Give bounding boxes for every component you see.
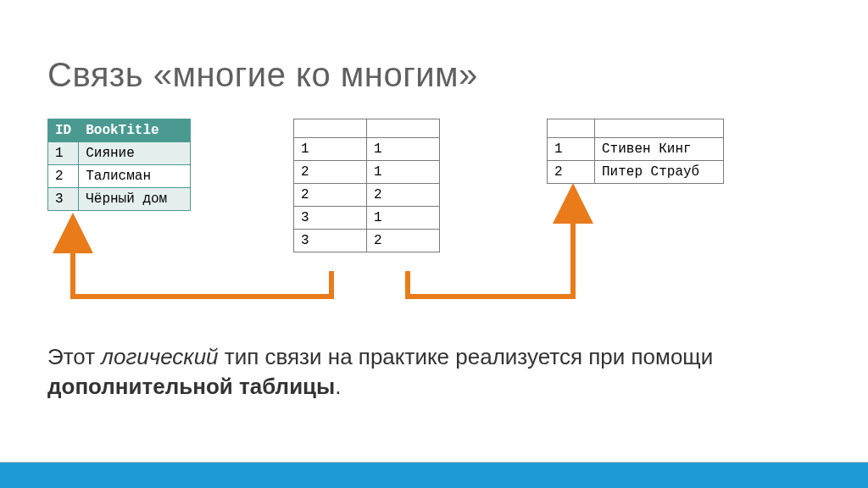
table-header-row [548, 119, 724, 138]
table-row: 2 Питер Страуб [548, 161, 724, 184]
junction-table: 1 1 2 1 2 2 3 1 3 2 [293, 119, 440, 252]
cell: Чёрный дом [79, 188, 191, 211]
cell: 3 [48, 188, 79, 211]
cell: 3 [294, 230, 367, 252]
table-row: 3 2 [294, 230, 440, 252]
cell: 2 [294, 184, 367, 207]
cell: 1 [367, 161, 440, 184]
authors-table: 1 Стивен Кинг 2 Питер Страуб [547, 119, 724, 184]
header-cell [294, 119, 367, 138]
header-cell: ID [48, 119, 79, 142]
cell: 1 [548, 138, 595, 161]
table-header-row [294, 119, 440, 138]
slide-title: Связь «многие ко многим» [47, 56, 478, 94]
caption-text: Этот логический тип связи на практике ре… [47, 342, 768, 402]
caption-segment: тип связи на практике реализуется при по… [219, 344, 714, 369]
books-table: ID BookTitle 1 Сияние 2 Талисман 3 Чёрны… [47, 119, 191, 211]
caption-segment: . [335, 374, 341, 399]
header-cell [548, 119, 595, 138]
cell: Питер Страуб [595, 161, 724, 184]
cell: 2 [48, 165, 79, 188]
cell: 1 [367, 207, 440, 230]
cell: 2 [367, 184, 440, 207]
table-row: 3 Чёрный дом [48, 188, 191, 211]
table-row: 2 1 [294, 161, 440, 184]
cell: 2 [548, 161, 595, 184]
table-row: 1 Сияние [48, 142, 191, 165]
header-cell [595, 119, 724, 138]
footer-bar [0, 463, 868, 488]
cell: 1 [48, 142, 79, 165]
table-row: 1 1 [294, 138, 440, 161]
table-row: 2 2 [294, 184, 440, 207]
cell: Талисман [79, 165, 191, 188]
cell: 1 [294, 138, 367, 161]
cell: 2 [294, 161, 367, 184]
slide: Связь «многие ко многим» ID BookTitle 1 … [0, 0, 868, 488]
header-cell: BookTitle [79, 119, 191, 142]
table-header-row: ID BookTitle [48, 119, 191, 142]
cell: Сияние [79, 142, 191, 165]
caption-italic: логический [101, 344, 218, 369]
cell: 3 [294, 207, 367, 230]
table-row: 2 Талисман [48, 165, 191, 188]
cell: Стивен Кинг [595, 138, 724, 161]
table-row: 3 1 [294, 207, 440, 230]
cell: 1 [367, 138, 440, 161]
table-row: 1 Стивен Кинг [548, 138, 724, 161]
caption-bold: дополнительной таблицы [47, 374, 335, 399]
caption-segment: Этот [47, 344, 101, 369]
diagram-area: ID BookTitle 1 Сияние 2 Талисман 3 Чёрны… [47, 119, 821, 305]
cell: 2 [367, 230, 440, 252]
header-cell [367, 119, 440, 138]
